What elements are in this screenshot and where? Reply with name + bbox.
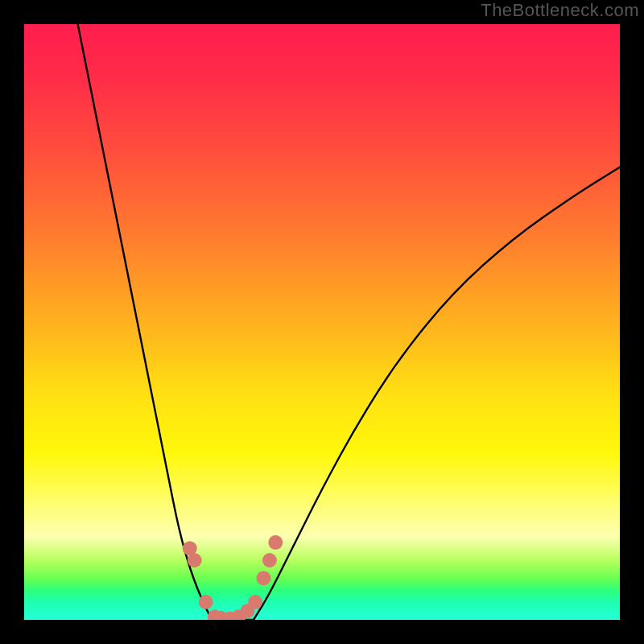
- watermark-text: TheBottleneck.com: [481, 0, 639, 21]
- marker-dot: [268, 535, 283, 550]
- marker-dot: [256, 571, 270, 585]
- marker-dot: [188, 553, 202, 568]
- chart-plot-area: [24, 24, 620, 620]
- marker-dot: [262, 553, 277, 568]
- marker-dot: [199, 595, 213, 609]
- chart-svg: [24, 24, 620, 620]
- bottleneck-curve: [78, 24, 620, 620]
- marker-dot: [248, 595, 262, 609]
- highlight-markers: [183, 535, 283, 620]
